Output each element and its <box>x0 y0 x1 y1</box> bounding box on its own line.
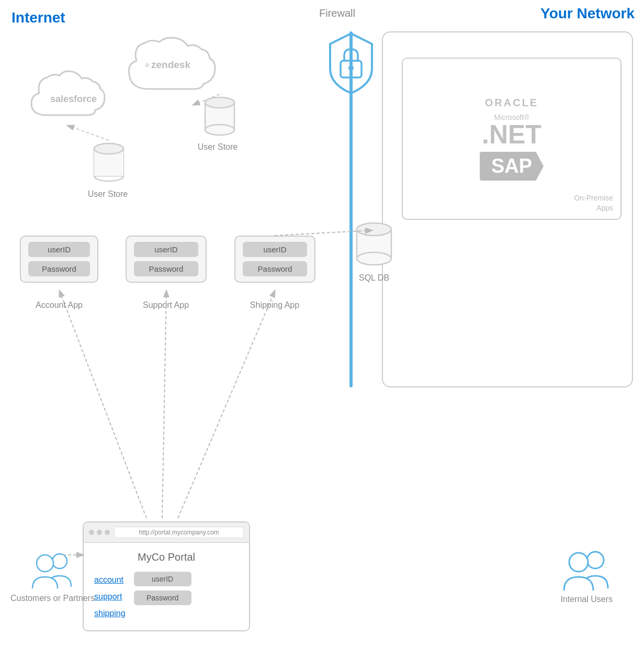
svg-point-10 <box>94 143 123 154</box>
on-premise-apps-label: On-PremiseApps <box>574 193 613 214</box>
browser-bar: http://portal.mycompany.com <box>84 522 249 543</box>
shipping-link[interactable]: shipping <box>94 605 126 622</box>
diagram-container: Internet Your Network Firewall salesforc… <box>0 0 644 646</box>
zendesk-user-store-label: User Store <box>197 142 239 152</box>
svg-line-28 <box>60 291 146 518</box>
firewall-lock-icon <box>322 29 380 97</box>
portal-links: account support shipping <box>94 572 126 622</box>
internal-users-label: Internal Users <box>560 595 613 604</box>
account-link[interactable]: account <box>94 572 126 588</box>
firewall-label: Firewall <box>319 7 355 19</box>
dot1 <box>89 530 94 535</box>
salesforce-user-store <box>93 140 125 182</box>
internet-label: Internet <box>12 9 65 26</box>
svg-text:salesforce: salesforce <box>50 94 97 104</box>
shipping-password-field: Password <box>243 261 307 276</box>
internal-users-section: Internal Users <box>560 549 613 604</box>
svg-point-25 <box>37 555 53 572</box>
microsoft-net-text: Microsoft® .NET <box>482 113 541 148</box>
support-password-field: Password <box>134 261 198 276</box>
zendesk-user-store <box>204 94 235 136</box>
your-network-label: Your Network <box>540 5 635 22</box>
svg-point-23 <box>569 553 588 572</box>
shipping-app-label: Shipping App <box>232 300 317 310</box>
browser-window: http://portal.mycompany.com MyCo Portal … <box>83 521 250 631</box>
svg-point-16 <box>205 97 234 108</box>
portal-body: account support shipping userID Password <box>94 572 239 622</box>
browser-dots <box>89 530 110 535</box>
on-premise-apps-box: ORACLE Microsoft® .NET SAP On-PremiseApp… <box>402 58 622 220</box>
browser-content: MyCo Portal account support shipping use… <box>84 543 249 630</box>
support-link[interactable]: support <box>94 588 126 605</box>
svg-rect-2 <box>349 68 353 73</box>
portal-fields: userID Password <box>134 572 191 605</box>
shipping-userid-field: userID <box>243 242 307 257</box>
sql-db-cylinder <box>356 220 392 267</box>
oracle-text: ORACLE <box>485 97 538 109</box>
portal-userid-field: userID <box>134 572 191 586</box>
svg-point-22 <box>587 552 604 569</box>
account-app-box: userID Password <box>20 236 98 283</box>
portal-title: MyCo Portal <box>94 551 239 563</box>
account-password-field: Password <box>28 261 90 276</box>
svg-point-21 <box>357 223 391 236</box>
customers-label: Customers or Partners <box>10 593 95 604</box>
sql-db-label: SQL DB <box>356 273 392 283</box>
support-app-label: Support App <box>125 300 207 310</box>
svg-point-15 <box>205 125 234 135</box>
browser-url-bar: http://portal.mycompany.com <box>114 527 244 538</box>
svg-point-24 <box>52 554 67 569</box>
svg-point-20 <box>357 252 391 265</box>
salesforce-cloud: salesforce <box>16 68 110 131</box>
account-app-label: Account App <box>17 300 101 310</box>
dot2 <box>97 530 102 535</box>
svg-text:zendesk: zendesk <box>151 59 190 70</box>
shipping-app-box: userID Password <box>234 236 315 283</box>
customers-section: Customers or Partners <box>10 552 95 604</box>
support-userid-field: userID <box>134 242 198 257</box>
salesforce-user-store-label: User Store <box>87 190 129 199</box>
support-app-box: userID Password <box>126 236 207 283</box>
portal-password-field: Password <box>134 591 191 605</box>
svg-text:⚙: ⚙ <box>145 62 150 68</box>
svg-line-29 <box>162 291 166 518</box>
dot3 <box>105 530 110 535</box>
sap-badge: SAP <box>480 152 544 181</box>
account-userid-field: userID <box>28 242 90 257</box>
svg-line-30 <box>178 291 275 518</box>
